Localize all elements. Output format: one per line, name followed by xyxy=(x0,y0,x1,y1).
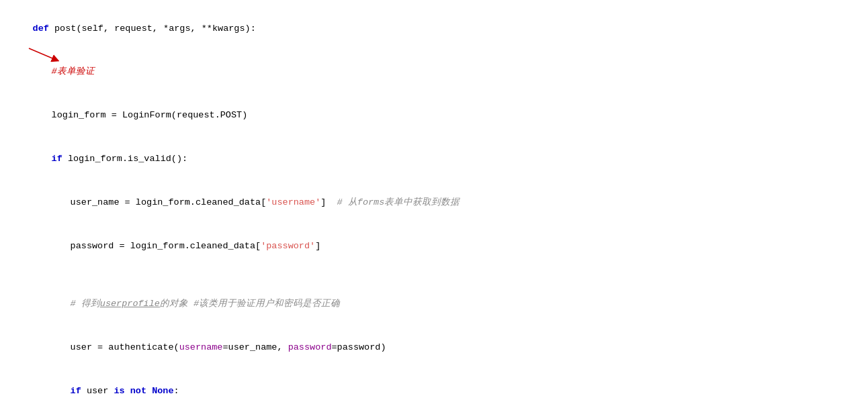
code-line: user = authenticate(username=user_name, … xyxy=(0,325,868,369)
code-line xyxy=(0,268,868,283)
code-line: #表单验证 xyxy=(0,50,868,94)
code-line: password = login_form.cleaned_data['pass… xyxy=(0,224,868,268)
code-line: # 得到userprofile的对象 #该类用于验证用户和密码是否正确 xyxy=(0,283,868,326)
code-line: user_name = login_form.cleaned_data['use… xyxy=(0,181,868,224)
code-editor: def post(self, request, *args, **kwargs)… xyxy=(0,0,868,402)
code-line: if login_form.is_valid(): xyxy=(0,137,868,181)
svg-line-0 xyxy=(29,48,56,60)
code-line: if user is not None: xyxy=(0,369,868,402)
keyword: def xyxy=(33,23,54,34)
comment-form-validate: #表单验证 xyxy=(52,66,95,77)
code-line: login_form = LoginForm(request.POST) xyxy=(0,94,868,138)
code-line: def post(self, request, *args, **kwargs)… xyxy=(0,7,868,50)
arrow1-svg xyxy=(26,45,79,65)
function-name: post xyxy=(54,23,76,34)
